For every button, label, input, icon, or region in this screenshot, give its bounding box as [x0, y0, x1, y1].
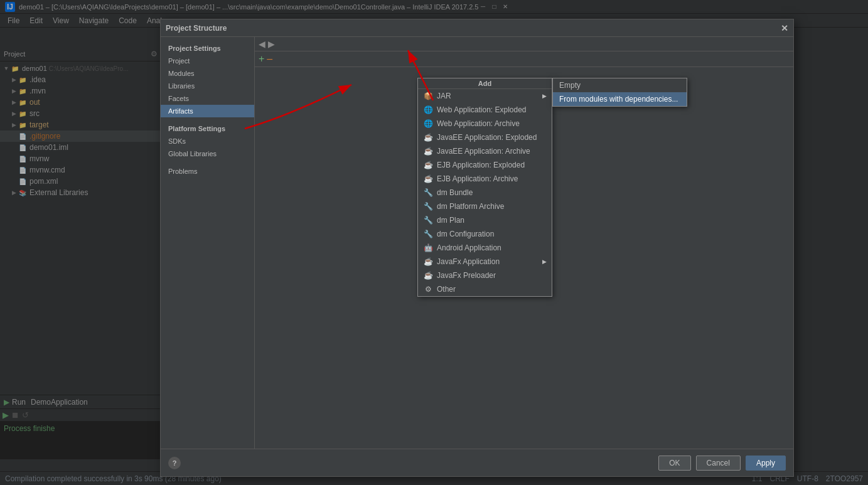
dropdown-item-javafx[interactable]: ☕ JavaFx Application ▶	[418, 255, 552, 269]
nav-item-global-libraries[interactable]: Global Libraries	[161, 147, 254, 160]
platform-settings-label: Platform Settings	[161, 122, 254, 135]
project-settings-label: Project Settings	[161, 42, 254, 55]
dropdown-item-javafx-preloader[interactable]: ☕ JavaFx Preloader	[418, 269, 552, 282]
dropdown-item-android[interactable]: 🤖 Android Application	[418, 241, 552, 255]
nav-divider2	[161, 160, 254, 165]
android-icon: 🤖	[423, 243, 433, 253]
apply-button[interactable]: Apply	[746, 456, 786, 471]
javaee-icon: ☕	[423, 132, 433, 142]
dropdown-item-web-exploded[interactable]: 🌐 Web Application: Exploded	[418, 103, 552, 117]
dropdown-label: Web Application: Exploded	[437, 105, 527, 114]
nav-item-problems[interactable]: Problems	[161, 165, 254, 178]
dropdown-label: EJB Application: Exploded	[437, 161, 525, 169]
add-dropdown-menu: Add 📦 JAR ▶ 🌐 Web Application: Exploded …	[417, 78, 552, 297]
cancel-button[interactable]: Cancel	[696, 456, 741, 471]
dropdown-label: dm Bundle	[437, 188, 473, 197]
forward-button[interactable]: ▶	[268, 39, 275, 49]
nav-divider	[161, 117, 254, 122]
dm-icon: 🔧	[423, 188, 433, 198]
javaee-icon: ☕	[423, 146, 433, 156]
dropdown-item-dm-config[interactable]: 🔧 dm Configuration	[418, 227, 552, 241]
jar-icon: 📦	[423, 91, 433, 101]
dropdown-item-jar[interactable]: 📦 JAR ▶	[418, 89, 552, 103]
dropdown-item-javaee-exploded[interactable]: ☕ JavaEE Application: Exploded	[418, 131, 552, 144]
dropdown-item-dm-plan[interactable]: 🔧 dm Plan	[418, 213, 552, 227]
dialog-close-button[interactable]: ✕	[781, 23, 788, 33]
nav-item-modules[interactable]: Modules	[161, 67, 254, 80]
dialog-title: Project Structure	[166, 24, 227, 33]
help-button[interactable]: ?	[168, 457, 181, 469]
dropdown-label: JavaFx Application	[437, 257, 500, 266]
other-icon: ⚙	[423, 284, 433, 294]
dropdown-item-dm-bundle[interactable]: 🔧 dm Bundle	[418, 186, 552, 200]
web-icon: 🌐	[423, 105, 433, 115]
dropdown-item-ejb-exploded[interactable]: ☕ EJB Application: Exploded	[418, 158, 552, 172]
dm-icon: 🔧	[423, 215, 433, 225]
jar-submenu: Empty From modules with dependencies...	[552, 78, 687, 107]
dropdown-label: JavaEE Application: Exploded	[437, 133, 537, 142]
nav-item-sdks[interactable]: SDKs	[161, 135, 254, 147]
submenu-item-from-modules[interactable]: From modules with dependencies...	[553, 92, 687, 106]
ejb-icon: ☕	[423, 160, 433, 170]
dropdown-label: EJB Application: Archive	[437, 174, 518, 183]
nav-item-facets[interactable]: Facets	[161, 92, 254, 105]
dropdown-label: dm Plan	[437, 216, 464, 225]
ok-button[interactable]: OK	[658, 456, 690, 471]
dropdown-label: JavaEE Application: Archive	[437, 147, 530, 156]
dropdown-title: Add	[418, 78, 552, 89]
dropdown-item-other[interactable]: ⚙ Other	[418, 282, 552, 296]
dropdown-item-ejb-archive[interactable]: ☕ EJB Application: Archive	[418, 172, 552, 186]
dialog-title-bar: Project Structure ✕	[161, 19, 793, 37]
dropdown-label-other: Other	[437, 285, 456, 294]
dm-icon: 🔧	[423, 229, 433, 239]
add-button[interactable]: +	[259, 53, 264, 65]
ejb-icon: ☕	[423, 174, 433, 184]
submenu-arrow: ▶	[542, 258, 547, 265]
back-button[interactable]: ◀	[259, 39, 265, 49]
dropdown-item-dm-platform[interactable]: 🔧 dm Platform Archive	[418, 200, 552, 213]
dropdown-label: dm Platform Archive	[437, 202, 504, 211]
dropdown-label: dm Configuration	[437, 230, 494, 238]
nav-item-artifacts[interactable]: Artifacts	[161, 105, 254, 117]
submenu-arrow: ▶	[542, 93, 547, 99]
nav-item-libraries[interactable]: Libraries	[161, 80, 254, 92]
submenu-label-empty: Empty	[559, 81, 581, 90]
dropdown-item-web-archive[interactable]: 🌐 Web Application: Archive	[418, 117, 552, 131]
dropdown-label: JavaFx Preloader	[437, 271, 496, 280]
web-icon: 🌐	[423, 119, 433, 129]
dm-icon: 🔧	[423, 201, 433, 211]
dialog-nav: Project Settings Project Modules Librari…	[161, 37, 255, 449]
submenu-item-empty[interactable]: Empty	[553, 78, 687, 92]
nav-item-project[interactable]: Project	[161, 55, 254, 67]
add-toolbar: + –	[255, 51, 793, 67]
submenu-label-from-modules: From modules with dependencies...	[559, 95, 678, 104]
dropdown-item-javaee-archive[interactable]: ☕ JavaEE Application: Archive	[418, 144, 552, 158]
dropdown-label: Web Application: Archive	[437, 119, 520, 128]
javafx-icon: ☕	[423, 257, 433, 267]
dropdown-label-jar: JAR	[437, 92, 451, 100]
dialog-footer: ? OK Cancel Apply	[161, 449, 793, 476]
remove-button[interactable]: –	[267, 53, 272, 65]
javafx-icon: ☕	[423, 270, 433, 280]
dropdown-label-android: Android Application	[437, 243, 501, 252]
